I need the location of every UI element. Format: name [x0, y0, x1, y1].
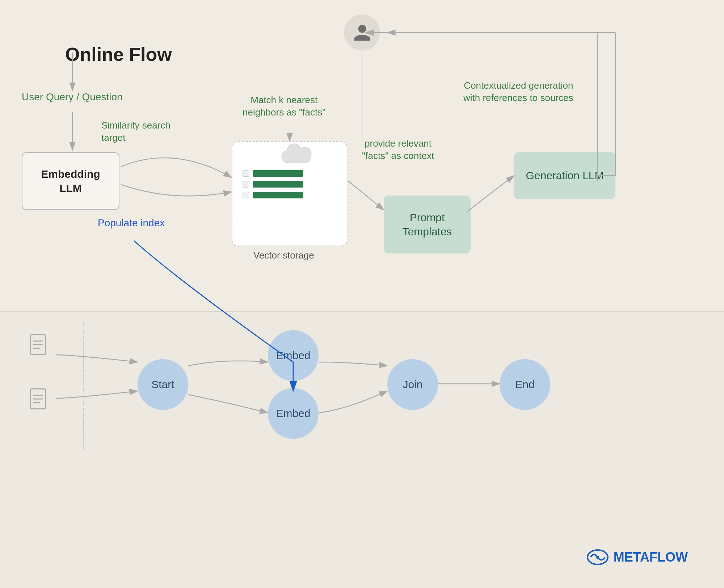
metaflow-logo-icon	[587, 548, 609, 566]
db-dot	[243, 170, 249, 177]
embedding-llm-box: EmbeddingLLM	[22, 152, 119, 210]
provide-relevant-label: provide relevant"facts" as context	[362, 138, 434, 162]
db-bar	[253, 181, 303, 188]
db-row-3	[243, 192, 303, 198]
db-bar	[253, 192, 303, 198]
prompt-templates-box: PromptTemplates	[384, 196, 471, 253]
contextualized-gen-label: Contextualized generationwith references…	[463, 80, 573, 104]
online-flow-label: Online Flow	[65, 43, 172, 65]
svg-line-19	[348, 181, 384, 210]
match-k-nearest-label: Match k nearestneighbors as "facts"	[243, 94, 325, 119]
metaflow-logo-text: METAFLOW	[614, 550, 688, 565]
user-avatar	[344, 14, 380, 51]
svg-point-10	[596, 556, 599, 559]
dashed-divider	[0, 312, 724, 588]
db-dot	[243, 192, 249, 198]
metaflow-logo: METAFLOW	[587, 548, 688, 566]
populate-index-label: Populate index	[98, 217, 165, 229]
bottom-section: Start Embed Embed Join End	[0, 311, 724, 588]
user-query-label: User Query / Question	[22, 91, 123, 104]
db-row-2	[243, 181, 303, 188]
cloud-icon	[279, 143, 315, 168]
db-row-1	[243, 170, 303, 177]
db-rows	[243, 170, 303, 198]
generation-llm-box: Generation LLM	[514, 152, 615, 199]
db-bar	[253, 170, 303, 177]
similarity-search-label: Similarity searchtarget	[101, 119, 171, 144]
vector-storage-label: Vector storage	[253, 250, 314, 261]
db-dot	[243, 181, 249, 188]
